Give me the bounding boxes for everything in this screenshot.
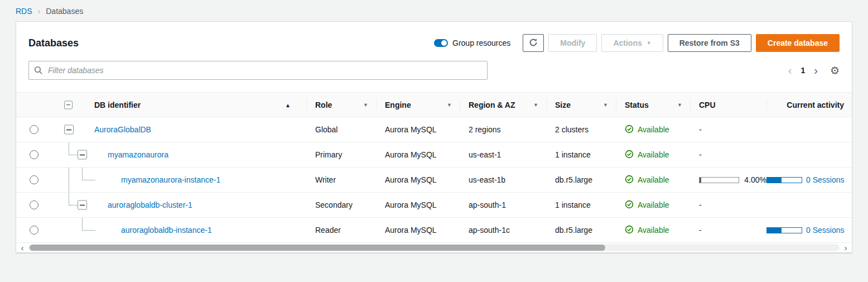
role-filter-icon[interactable]: ▼	[363, 102, 376, 108]
scrollbar-thumb[interactable]	[30, 245, 605, 251]
cpu-cell: 4.00%	[690, 168, 766, 192]
engine-header: Engine	[385, 101, 411, 109]
db-identifier-link[interactable]: myamazonaurora-instance-1	[121, 175, 220, 184]
size-cell: 1 instance	[546, 142, 616, 167]
breadcrumb-separator-icon: ›	[38, 7, 41, 16]
refresh-icon	[529, 38, 538, 49]
chevron-down-icon: ▼	[647, 41, 652, 46]
available-check-icon	[625, 200, 634, 211]
breadcrumb: RDS › Databases	[0, 0, 868, 21]
row-radio[interactable]	[30, 125, 38, 134]
size-filter-icon[interactable]: ▼	[603, 102, 616, 108]
status-badge: Available	[638, 226, 669, 235]
sessions-link[interactable]: 0 Sessions	[806, 226, 844, 235]
role-header: Role	[315, 101, 332, 109]
activity-cell: 0 Sessions	[766, 218, 852, 242]
status-header-cell[interactable]: Status ▼	[616, 93, 690, 117]
table-row: myamazonaurora-instance-1 Writer Aurora …	[16, 168, 852, 193]
row-radio[interactable]	[30, 200, 38, 209]
engine-cell: Aurora MySQL	[376, 168, 460, 192]
previous-page-icon[interactable]: ‹	[788, 65, 792, 76]
databases-table: DB identifier ▲ Role ▼ Engine ▼ Region &…	[16, 92, 852, 243]
role-header-cell[interactable]: Role ▼	[306, 93, 376, 117]
db-identifier-link[interactable]: auroraglobaldb-cluster-1	[108, 200, 192, 209]
restore-from-s3-button[interactable]: Restore from S3	[668, 34, 751, 52]
scroll-right-icon[interactable]: ›	[840, 243, 852, 252]
status-header: Status	[625, 101, 649, 109]
activity-cell: 0 Sessions	[766, 168, 852, 192]
filter-databases-input[interactable]	[28, 61, 488, 80]
row-radio[interactable]	[30, 175, 38, 184]
breadcrumb-rds-link[interactable]: RDS	[16, 7, 32, 16]
activity-cell	[766, 193, 852, 217]
tree-connector	[69, 155, 78, 155]
filter-search-box	[28, 61, 488, 80]
panel-toolbar: Databases Group resources Modify Actions…	[16, 22, 852, 61]
available-check-icon	[625, 225, 634, 236]
tree-connector	[82, 230, 95, 231]
collapse-toggle-icon[interactable]	[64, 125, 74, 135]
db-identifier-cell: auroraglobaldb-instance-1	[52, 218, 306, 242]
current-page-number[interactable]: 1	[801, 66, 805, 75]
db-identifier-link[interactable]: auroraglobaldb-instance-1	[121, 226, 212, 235]
status-filter-icon[interactable]: ▼	[677, 102, 690, 108]
toggle-on-icon[interactable]	[434, 39, 448, 47]
region-cell: us-east-1	[460, 142, 546, 167]
create-database-button[interactable]: Create database	[756, 34, 840, 52]
toolbar-controls: Group resources Modify Actions ▼ Restore…	[434, 34, 840, 52]
table-header-row: DB identifier ▲ Role ▼ Engine ▼ Region &…	[16, 93, 852, 117]
table-row: auroraglobaldb-instance-1 Reader Aurora …	[16, 218, 852, 243]
status-badge: Available	[638, 125, 669, 134]
cpu-header: CPU	[699, 101, 716, 109]
settings-gear-icon[interactable]: ⚙	[830, 64, 840, 77]
db-identifier-link[interactable]: AuroraGlobalDB	[94, 125, 151, 134]
size-header-cell[interactable]: Size ▼	[546, 93, 616, 117]
size-header: Size	[555, 101, 571, 109]
filter-row: ‹ 1 › ⚙	[16, 61, 852, 92]
status-badge: Available	[638, 150, 669, 159]
size-cell: 1 instance	[546, 193, 616, 217]
status-cell: Available	[616, 168, 690, 192]
db-identifier-header[interactable]: DB identifier	[94, 101, 141, 109]
group-resources-toggle[interactable]: Group resources	[434, 39, 510, 47]
select-all-checkbox[interactable]	[64, 101, 73, 109]
next-page-icon[interactable]: ›	[814, 65, 818, 76]
available-check-icon	[625, 175, 634, 185]
collapse-toggle-icon[interactable]	[78, 200, 87, 210]
cpu-cell: -	[690, 193, 766, 217]
engine-header-cell[interactable]: Engine ▼	[376, 93, 460, 117]
collapse-toggle-icon[interactable]	[78, 150, 87, 160]
row-radio[interactable]	[30, 150, 38, 159]
sessions-link[interactable]: 0 Sessions	[806, 175, 844, 184]
tree-connector	[69, 168, 69, 192]
role-cell: Writer	[306, 168, 376, 192]
refresh-button[interactable]	[523, 34, 544, 52]
size-cell: 2 clusters	[546, 117, 616, 142]
engine-cell: Aurora MySQL	[376, 142, 460, 167]
activity-cell	[766, 117, 852, 142]
tree-connector	[82, 180, 95, 180]
status-cell: Available	[616, 218, 690, 242]
cpu-usage-bar	[699, 177, 739, 183]
scroll-left-icon[interactable]: ‹	[16, 243, 28, 252]
db-identifier-link[interactable]: myamazonaurora	[108, 150, 168, 159]
modify-button[interactable]: Modify	[548, 34, 597, 52]
status-cell: Available	[616, 142, 690, 167]
horizontal-scrollbar[interactable]: ‹ ›	[16, 243, 852, 252]
sort-ascending-icon[interactable]: ▲	[285, 102, 291, 108]
cpu-header-cell: CPU	[690, 93, 766, 117]
db-identifier-header-cell: DB identifier ▲	[52, 93, 306, 117]
row-radio[interactable]	[30, 226, 38, 235]
status-cell: Available	[616, 193, 690, 217]
region-filter-icon[interactable]: ▼	[533, 102, 546, 108]
cpu-value: 4.00%	[744, 175, 766, 184]
engine-filter-icon[interactable]: ▼	[447, 102, 460, 108]
scrollbar-track[interactable]	[28, 244, 840, 251]
tree-connector	[69, 142, 69, 155]
role-cell: Global	[306, 117, 376, 142]
region-header-cell[interactable]: Region & AZ ▼	[460, 93, 546, 117]
sessions-bar	[766, 227, 802, 233]
region-cell: 2 regions	[460, 117, 546, 142]
actions-button[interactable]: Actions ▼	[601, 34, 663, 52]
size-cell: db.r5.large	[546, 218, 616, 242]
